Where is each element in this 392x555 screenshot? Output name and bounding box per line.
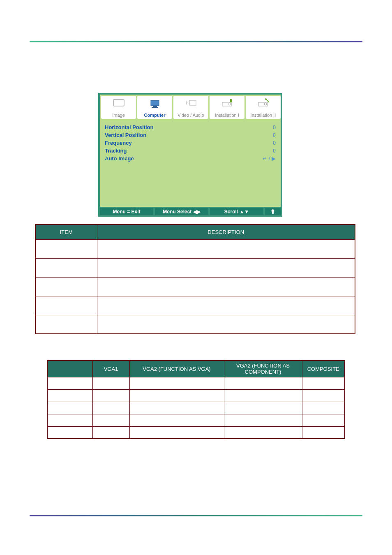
osd-footer: Menu = Exit Menu Select ◀▶ Scroll ▲▼ (100, 207, 281, 215)
item-cell: Tracking (35, 296, 97, 315)
footer-select: Menu Select ◀▶ (155, 208, 208, 215)
availability-cell: X (224, 414, 302, 426)
table-row: TrackingPress the cursor ◄► button to ad… (35, 296, 355, 315)
osd-row-value: 0 (273, 125, 276, 130)
availability-cell: O (92, 402, 129, 414)
osd-row-frequency[interactable]: Frequency 0 (105, 139, 276, 147)
tab-image[interactable]: Image (101, 96, 136, 119)
tab-label: Image (112, 113, 125, 118)
description-table: ITEM DESCRIPTION Horizontal PositionPres… (35, 224, 355, 334)
col-vga1: VGA1 (92, 361, 129, 377)
up-down-icon: ▲▼ (216, 81, 227, 87)
table-header: VGA1 VGA2 (FUNCTION AS VGA) VGA2 (FUNCTI… (47, 361, 345, 377)
svg-rect-1 (151, 100, 159, 106)
osd-row-value: 0 (273, 132, 276, 138)
table-row: FrequencyOOXX (47, 402, 345, 414)
bulb-icon (265, 208, 281, 215)
table-row: Auto ImageOOXX (47, 426, 345, 439)
left-right-icon: ◄► (262, 72, 273, 78)
item-cell: Horizontal Position (47, 377, 92, 389)
osd-row-value: 0 (273, 140, 276, 146)
tab-video-audio[interactable]: Video / Audio (173, 96, 208, 119)
availability-cell: O (129, 402, 224, 414)
footer-exit: Menu = Exit (100, 208, 153, 215)
osd-row-value: 0 (273, 148, 276, 154)
col-vga2-component: VGA2 (FUNCTION AS COMPONENT) (224, 361, 302, 377)
availability-cell: O (129, 377, 224, 389)
osd-tabs: Image Computer Video / Audio Installatio… (100, 95, 281, 120)
svg-rect-4 (189, 100, 196, 105)
tab-computer[interactable]: Computer (137, 96, 172, 119)
availability-cell: X (302, 389, 345, 402)
availability-cell: X (224, 402, 302, 414)
osd-row-vpos[interactable]: Vertical Position 0 (105, 131, 276, 139)
osd-row-tracking[interactable]: Tracking 0 (105, 147, 276, 155)
item-cell: Auto Image (35, 315, 97, 334)
inputs-availability-table: VGA1 VGA2 (FUNCTION AS VGA) VGA2 (FUNCTI… (47, 360, 345, 439)
availability-cell: O (129, 426, 224, 439)
table-row: Horizontal PositionPress the cursor ◄► b… (35, 239, 355, 258)
col-blank (47, 361, 92, 377)
availability-cell: O (129, 389, 224, 402)
osd-row-auto-image[interactable]: Auto Image ↵ / ▶ (105, 155, 276, 162)
projector-icon (220, 97, 235, 108)
description-cell: Press the cursor ◄► button to adjust the… (97, 296, 355, 315)
item-cell: Auto Image (47, 426, 92, 439)
image-icon (111, 97, 126, 108)
svg-point-9 (264, 103, 267, 105)
availability-cell: O (92, 426, 129, 439)
item-cell: Vertical Position (47, 389, 92, 402)
item-cell: Tracking (47, 414, 92, 426)
description-cell: Press the cursor ◄► button to adjust the… (97, 277, 355, 296)
osd-row-hpos[interactable]: Horizontal Position 0 (105, 123, 276, 131)
svg-rect-3 (152, 107, 158, 108)
tab-installation-2[interactable]: Installation II (246, 96, 281, 119)
tab-label: Installation I (215, 113, 239, 118)
availability-cell: O (92, 389, 129, 402)
table-row: Vertical PositionPress the cursor ◄► but… (35, 258, 355, 277)
tab-label: Installation II (251, 113, 276, 118)
osd-row-label: Tracking (105, 148, 127, 154)
svg-rect-2 (153, 106, 157, 107)
description-cell: Press ► button to auto adjust phase, tra… (97, 315, 355, 334)
inputs-caption: Computer menu functions are available fo… (47, 349, 277, 356)
availability-cell: X (224, 377, 302, 389)
footer-scroll: Scroll ▲▼ (210, 208, 263, 215)
item-cell: Vertical Position (35, 258, 97, 277)
page-number: – 25 – (0, 520, 392, 526)
table-header: ITEM DESCRIPTION (35, 224, 355, 239)
text: Press the (95, 72, 120, 78)
osd-body: Horizontal Position 0 Vertical Position … (100, 120, 281, 207)
menu-kw: MENU (120, 72, 137, 78)
section-title: Computer Menu (39, 56, 102, 66)
col-description: DESCRIPTION (97, 224, 355, 239)
tab-installation-1[interactable]: Installation I (210, 96, 244, 119)
computer-icon (148, 97, 162, 108)
availability-cell: X (224, 389, 302, 402)
osd-row-label: Horizontal Position (105, 124, 153, 130)
osd-row-label: Vertical Position (105, 132, 146, 138)
video-audio-icon (184, 97, 198, 108)
col-composite: COMPOSITE (302, 361, 345, 377)
header-product-line: DLP Projector—User's Manual (280, 31, 362, 38)
availability-cell: X (302, 414, 345, 426)
availability-cell: X (302, 426, 345, 439)
tab-label: Computer (144, 113, 166, 118)
table-row: Vertical PositionOOXX (47, 389, 345, 402)
availability-cell: O (92, 414, 129, 426)
osd-kw: OSD (187, 72, 199, 78)
col-vga2-vga: VGA2 (FUNCTION AS VGA) (129, 361, 224, 377)
availability-cell: X (302, 377, 345, 389)
description-cell: Press the cursor ◄► button to move the d… (97, 239, 355, 258)
description-cell: Press the cursor ◄► button to move the d… (97, 258, 355, 277)
availability-cell: X (224, 426, 302, 439)
enter-right-icon: ↵ / ▶ (263, 155, 276, 162)
svg-rect-7 (230, 99, 232, 102)
computer-kw: Computer (126, 81, 153, 87)
item-cell: Frequency (47, 402, 92, 414)
svg-point-6 (228, 103, 231, 105)
top-divider (30, 41, 362, 42)
text: menu. Press the cursor (199, 72, 262, 78)
availability-cell: X (302, 402, 345, 414)
item-cell: Horizontal Position (35, 239, 97, 258)
